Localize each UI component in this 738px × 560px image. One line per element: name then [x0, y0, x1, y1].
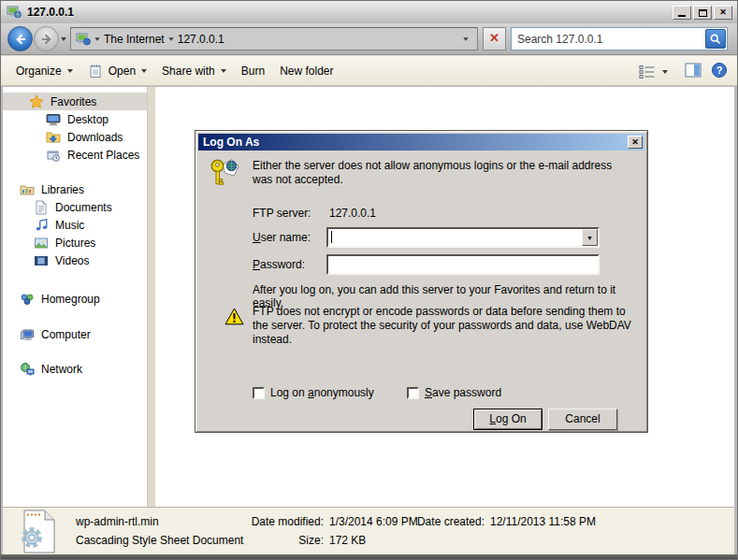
close-button[interactable]: ✕ — [714, 6, 732, 20]
anonymous-checkbox[interactable]: Log on anonymously — [253, 386, 374, 399]
date-modified-value: 1/3/2014 6:09 PM — [329, 515, 418, 528]
burn-label: Burn — [241, 65, 265, 78]
logon-dialog: Log On As ✕ Either the server does not a… — [195, 130, 648, 433]
change-view-button[interactable] — [630, 60, 675, 84]
sidebar-label: Computer — [41, 328, 91, 341]
chevron-down-icon — [141, 69, 147, 73]
sidebar-item-music[interactable]: Music — [3, 216, 147, 234]
computer-icon — [20, 327, 35, 342]
search-button[interactable] — [705, 29, 726, 49]
navigation-pane: Favorites Desktop Downloads Recent Place… — [3, 87, 147, 507]
sidebar-item-pictures[interactable]: Pictures — [3, 234, 147, 251]
checkbox-box[interactable] — [407, 387, 419, 399]
maximize-icon — [699, 9, 707, 17]
help-icon: ? — [711, 62, 728, 79]
open-button[interactable]: Open — [80, 59, 154, 83]
sidebar-item-homegroup[interactable]: Homegroup — [3, 290, 147, 308]
help-button[interactable]: ? — [711, 62, 728, 81]
sidebar-label: Pictures — [55, 237, 95, 250]
toolbar-right-group: ? — [630, 56, 728, 87]
sidebar-item-downloads[interactable]: Downloads — [3, 128, 147, 146]
sidebar-item-computer[interactable]: Computer — [3, 325, 147, 343]
sidebar-label: Network — [41, 363, 82, 376]
log-on-button[interactable]: Log On — [473, 409, 543, 430]
share-with-button[interactable]: Share with — [154, 60, 234, 82]
sidebar-item-recent-places[interactable]: Recent Places — [3, 146, 147, 164]
music-note-icon — [34, 218, 49, 233]
address-history-dropdown[interactable] — [463, 37, 468, 41]
chevron-down-icon: ▼ — [586, 235, 593, 241]
breadcrumb-path[interactable]: 127.0.0.1 — [178, 33, 224, 46]
username-dropdown-button[interactable]: ▼ — [582, 229, 598, 246]
svg-text:?: ? — [716, 65, 723, 76]
text-caret — [331, 231, 332, 243]
dialog-titlebar[interactable]: Log On As ✕ — [198, 134, 644, 151]
dialog-close-button[interactable]: ✕ — [628, 136, 643, 149]
burn-button[interactable]: Burn — [234, 60, 272, 82]
ftp-server-value: 127.0.0.1 — [329, 207, 376, 220]
username-rest: ser name: — [261, 231, 311, 244]
explorer-window: 127.0.0.1 ✕ The Internet 127.0.0.1 ✕ — [0, 0, 738, 560]
recent-pages-dropdown[interactable] — [61, 37, 66, 41]
file-name[interactable]: wp-admin-rtl.min — [76, 515, 159, 528]
sidebar-item-favorites[interactable]: Favorites — [3, 93, 147, 110]
password-rest: assword: — [260, 258, 305, 271]
ftp-server-label: FTP server: — [253, 207, 311, 220]
videos-icon — [34, 253, 49, 268]
password-input[interactable] — [326, 254, 600, 275]
username-combobox[interactable]: ▼ — [326, 227, 600, 248]
breadcrumb-root[interactable]: The Internet — [104, 33, 165, 46]
checkbox-box[interactable] — [253, 387, 265, 399]
stop-icon: ✕ — [489, 31, 499, 45]
css-file-icon — [18, 510, 59, 553]
sidebar-item-network[interactable]: Network — [3, 360, 147, 378]
breadcrumb-root-chevron[interactable] — [94, 37, 99, 41]
recent-places-icon — [46, 148, 61, 163]
sidebar-label: Desktop — [67, 113, 109, 126]
desktop-icon — [46, 112, 61, 127]
command-toolbar: Organize Open Share with Burn New folder — [1, 55, 737, 86]
new-folder-label: New folder — [280, 65, 333, 78]
star-icon — [29, 94, 44, 109]
tree-spacer — [3, 269, 147, 290]
save-password-checkbox[interactable]: Save password — [407, 386, 501, 399]
tree-spacer — [3, 164, 147, 180]
list-view-icon — [638, 65, 657, 79]
anonymous-checkbox-label: Log on anonymously — [270, 386, 374, 399]
file-type: Cascading Style Sheet Document — [76, 534, 243, 547]
share-with-label: Share with — [162, 65, 215, 78]
window-controls: ✕ — [673, 6, 732, 20]
maximize-button[interactable] — [693, 6, 712, 20]
new-folder-button[interactable]: New folder — [272, 60, 340, 82]
logon-accel: L — [489, 412, 496, 425]
sidebar-item-documents[interactable]: Documents — [3, 198, 147, 216]
preview-pane-button[interactable] — [685, 63, 702, 80]
libraries-icon — [20, 182, 35, 197]
window-bottom-frame — [1, 554, 737, 559]
downloads-folder-icon — [46, 130, 61, 145]
address-bar[interactable]: The Internet 127.0.0.1 — [70, 27, 478, 50]
username-input[interactable] — [328, 229, 582, 246]
forward-button[interactable] — [34, 26, 59, 51]
sidebar-item-videos[interactable]: Videos — [3, 251, 147, 269]
breadcrumb-path-chevron[interactable] — [168, 37, 173, 41]
dialog-title: Log On As — [203, 136, 259, 149]
sidebar-item-desktop[interactable]: Desktop — [3, 110, 147, 128]
password-accel: P — [253, 258, 260, 271]
organize-button[interactable]: Organize — [8, 60, 80, 82]
back-button[interactable] — [7, 26, 33, 51]
cancel-button[interactable]: Cancel — [548, 409, 617, 430]
chevron-down-icon — [221, 69, 226, 73]
date-modified-label: Date modified: — [223, 515, 324, 528]
back-arrow-icon — [13, 32, 28, 47]
sidebar-label: Documents — [55, 201, 112, 214]
close-icon: ✕ — [631, 137, 639, 147]
search-icon — [709, 33, 722, 46]
search-input[interactable] — [512, 33, 705, 46]
username-label: User name: — [253, 231, 311, 244]
network-icon — [20, 362, 35, 377]
stop-refresh-button[interactable]: ✕ — [483, 27, 506, 50]
pane-splitter[interactable] — [147, 87, 155, 507]
sidebar-item-libraries[interactable]: Libraries — [3, 180, 147, 198]
minimize-button[interactable] — [673, 6, 691, 20]
